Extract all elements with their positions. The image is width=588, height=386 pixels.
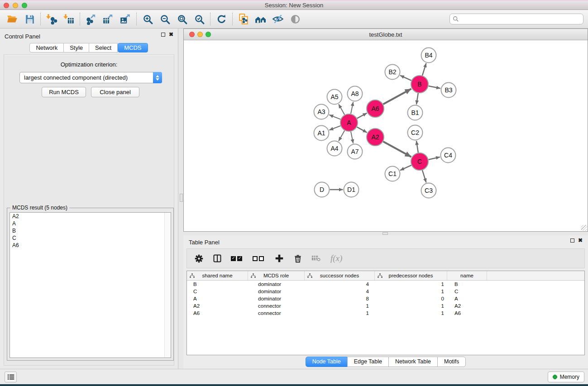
table-cell[interactable]: 1	[375, 288, 447, 295]
tab-network-table[interactable]: Network Table	[388, 357, 438, 367]
delete-columns-button[interactable]	[293, 252, 302, 265]
show-all-button[interactable]	[287, 12, 304, 26]
table-cell[interactable]: 4	[305, 288, 375, 295]
search-input[interactable]	[459, 15, 583, 23]
window-resize-grip[interactable]	[581, 225, 587, 231]
graph-edge-C-C4[interactable]	[429, 157, 440, 160]
table-cell[interactable]: connector	[248, 302, 305, 310]
table-cell[interactable]: 1	[305, 310, 375, 317]
table-options-button[interactable]	[194, 252, 204, 265]
mcds-result-item[interactable]: A2	[10, 213, 171, 220]
graph-edge-B-B3[interactable]	[429, 86, 440, 88]
table-cell[interactable]: 1	[375, 281, 447, 288]
table-cell[interactable]: 0	[375, 295, 447, 302]
hide-selected-button[interactable]	[269, 12, 287, 26]
first-neighbors-button[interactable]	[252, 12, 269, 26]
table-cell[interactable]: A6	[187, 310, 248, 317]
table-cell[interactable]: connector	[248, 310, 305, 317]
column-header-shared-name[interactable]: shared name	[187, 271, 248, 280]
table-cell[interactable]: 1	[375, 302, 447, 310]
column-header-successor-nodes[interactable]: successor nodes	[305, 271, 375, 280]
table-row[interactable]: A2connector11A2	[187, 302, 584, 310]
tab-node-table[interactable]: Node Table	[306, 357, 348, 367]
tab-select[interactable]: Select	[89, 43, 118, 52]
table-cell[interactable]: A6	[447, 310, 487, 317]
graph-edge-A-A7[interactable]	[351, 132, 353, 143]
horizontal-splitter-grip[interactable]	[382, 232, 388, 235]
float-panel-icon[interactable]	[161, 33, 165, 37]
save-session-button[interactable]	[21, 12, 38, 26]
graph-edge-A-A3[interactable]	[329, 115, 340, 119]
select-all-columns-button[interactable]	[231, 252, 244, 265]
graph-edge-B-B2[interactable]	[400, 76, 411, 81]
column-header-name[interactable]: name	[447, 271, 487, 280]
graph-edge-C-C2[interactable]	[416, 141, 418, 152]
close-panel-icon[interactable]: ✖	[169, 32, 173, 37]
graph-edge-A-A1[interactable]	[329, 126, 340, 130]
tab-edge-table[interactable]: Edge Table	[347, 357, 389, 367]
table-cell[interactable]: C	[447, 288, 487, 295]
table-cell[interactable]: A2	[447, 302, 487, 310]
table-cell[interactable]: 8	[305, 295, 375, 302]
table-cell[interactable]: A	[447, 295, 487, 302]
tab-style[interactable]: Style	[63, 43, 89, 52]
refresh-button[interactable]	[213, 12, 230, 26]
table-cell[interactable]: 1	[375, 310, 447, 317]
graph-edge-A2-C[interactable]	[383, 142, 411, 157]
table-cell[interactable]: 1	[305, 302, 375, 310]
network-window-titlebar[interactable]: testGlobe.txt	[184, 29, 588, 40]
graph-edge-A6-B[interactable]	[383, 89, 411, 104]
graph-edge-A-A5[interactable]	[339, 104, 344, 114]
network-canvas[interactable]: B4B2BB3A5A8A6B1A3AA1C2A2A4A7CC4C1C3DD1	[184, 41, 588, 231]
table-cell[interactable]: A2	[187, 302, 248, 310]
export-network-button[interactable]	[82, 12, 100, 26]
mcds-result-item[interactable]: B	[10, 227, 171, 234]
table-cell[interactable]: B	[447, 281, 487, 288]
table-cell[interactable]: dominator	[248, 281, 305, 288]
close-panel-button[interactable]: Close panel	[91, 87, 139, 97]
export-table-button[interactable]	[100, 12, 117, 26]
mcds-result-item[interactable]: A6	[10, 242, 171, 249]
table-row[interactable]: Adominator80A	[187, 295, 584, 302]
function-builder-button[interactable]: f(x)	[330, 252, 342, 265]
delete-table-button[interactable]	[311, 252, 321, 265]
create-column-button[interactable]	[274, 252, 284, 265]
run-mcds-button[interactable]: Run MCDS	[42, 87, 86, 97]
graph-edge-B-B4[interactable]	[422, 63, 426, 76]
open-session-button[interactable]	[4, 12, 21, 26]
graph-edge-C-C3[interactable]	[422, 170, 426, 182]
tab-network[interactable]: Network	[29, 43, 64, 52]
graph-edge-A-A8[interactable]	[351, 102, 353, 114]
column-header-mcds-role[interactable]: MCDS role	[248, 271, 305, 280]
mcds-result-item[interactable]: A	[10, 220, 171, 227]
show-column-panel-button[interactable]	[213, 252, 222, 265]
table-row[interactable]: A6connector11A6	[187, 310, 584, 317]
import-table-button[interactable]	[60, 12, 77, 26]
table-cell[interactable]: B	[187, 281, 248, 288]
zoom-in-button[interactable]	[139, 12, 156, 26]
mcds-result-item[interactable]: C	[10, 234, 171, 242]
zoom-out-button[interactable]	[156, 12, 173, 26]
float-panel-icon[interactable]	[570, 238, 574, 243]
graph-edge-A-A6[interactable]	[357, 113, 367, 119]
import-network-button[interactable]	[43, 12, 60, 26]
scrollbar-track[interactable]	[164, 213, 171, 357]
table-row[interactable]: Cdominator41C	[187, 288, 584, 295]
new-network-from-selection-button[interactable]	[235, 12, 252, 26]
main-titlebar[interactable]: Session: New Session	[0, 0, 588, 10]
criterion-dropdown[interactable]: largest connected component (directed)	[19, 72, 162, 83]
table-cell[interactable]: A	[187, 295, 248, 302]
graph-edge-C-C1[interactable]	[400, 165, 411, 170]
column-header-predecessor-nodes[interactable]: predecessor nodes	[375, 271, 447, 280]
graph-edge-A-A2[interactable]	[357, 127, 367, 133]
memory-button[interactable]: Memory	[548, 372, 584, 382]
table-row[interactable]: Bdominator41B	[187, 281, 584, 288]
vertical-splitter-grip[interactable]	[180, 194, 183, 202]
export-image-button[interactable]	[117, 12, 134, 26]
table-cell[interactable]: C	[187, 288, 248, 295]
tab-motifs[interactable]: Motifs	[437, 357, 466, 367]
close-panel-icon[interactable]: ✖	[578, 238, 583, 243]
zoom-selected-button[interactable]	[191, 12, 208, 26]
unselect-all-columns-button[interactable]	[253, 252, 265, 265]
graph-edge-B-B1[interactable]	[416, 93, 418, 105]
